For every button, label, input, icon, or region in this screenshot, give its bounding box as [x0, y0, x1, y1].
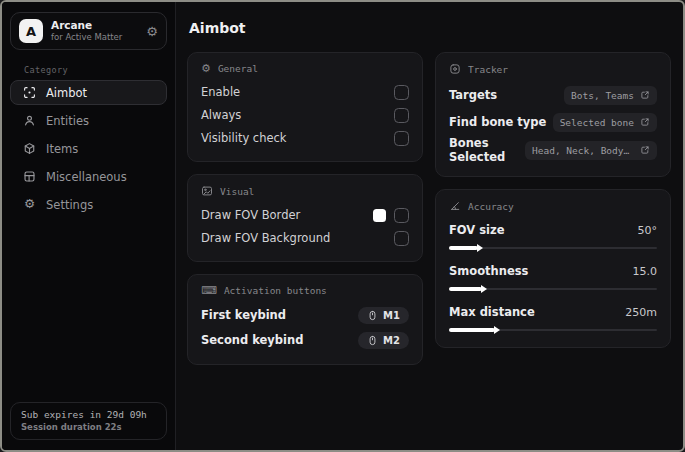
setting-label: Visibility check — [201, 131, 287, 145]
bones-selected-select[interactable]: Head, Neck, Body, Pe… — [525, 141, 657, 160]
setting-row-fov-background: Draw FOV Background — [201, 227, 409, 249]
setting-label: Always — [201, 108, 241, 122]
mouse-icon — [367, 310, 378, 321]
sidebar-item-label: Miscellaneous — [46, 170, 127, 184]
sidebar-item-settings[interactable]: ⚙ Settings — [10, 192, 167, 217]
visual-card-header: Visual — [201, 185, 409, 197]
image-icon — [201, 185, 213, 197]
slider-value: 250m — [625, 306, 657, 319]
tracker-card: Tracker Targets Bots, Teams Find bone ty… — [435, 52, 671, 177]
smoothness-slider[interactable] — [449, 285, 657, 294]
slider-fill — [449, 328, 495, 332]
sidebar-item-items[interactable]: Items — [10, 136, 167, 161]
setting-label: First keybind — [201, 308, 286, 322]
fov-border-color-swatch[interactable] — [373, 209, 386, 222]
setting-row-visibility-check: Visibility check — [201, 127, 409, 149]
slider-thumb[interactable] — [481, 285, 487, 293]
card-title: General — [218, 63, 258, 74]
setting-row-max-distance: Max distance 250m — [449, 301, 657, 335]
expand-icon — [640, 90, 650, 100]
enable-checkbox[interactable] — [394, 85, 409, 100]
slider-value: 15.0 — [633, 265, 658, 278]
setting-row-smoothness: Smoothness 15.0 — [449, 260, 657, 294]
tracker-card-header: Tracker — [449, 63, 657, 75]
app-subtitle: for Active Matter — [51, 32, 122, 43]
target-box-icon — [449, 63, 461, 75]
setting-row-fov-border: Draw FOV Border — [201, 204, 409, 226]
setting-label: Second keybind — [201, 333, 303, 347]
slider-fill — [449, 246, 478, 250]
expand-icon — [640, 145, 650, 155]
app-window: A Arcane for Active Matter ⚙ Category Ai… — [0, 0, 685, 452]
sidebar-item-label: Aimbot — [46, 86, 87, 100]
slider-thumb[interactable] — [477, 244, 483, 252]
setting-label: Max distance — [449, 305, 535, 319]
setting-row-enable: Enable — [201, 81, 409, 103]
keybind-value: M1 — [383, 310, 400, 321]
sidebar-item-label: Entities — [46, 114, 89, 128]
gear-icon[interactable]: ⚙ — [146, 25, 158, 38]
sub-expiry-text: Sub expires in 29d 09h — [21, 409, 156, 420]
setting-row-fov-size: FOV size 50° — [449, 219, 657, 253]
setting-row-second-keybind: Second keybind M2 — [201, 328, 409, 352]
right-column: Tracker Targets Bots, Teams Find bone ty… — [435, 52, 671, 348]
setting-row-first-keybind: First keybind M1 — [201, 303, 409, 327]
always-checkbox[interactable] — [394, 108, 409, 123]
cube-icon — [23, 142, 36, 155]
fov-border-checkbox[interactable] — [394, 208, 409, 223]
general-card-header: ⚙ General — [201, 63, 409, 74]
visibility-check-checkbox[interactable] — [394, 131, 409, 146]
person-icon — [23, 114, 36, 127]
targets-select[interactable]: Bots, Teams — [564, 86, 657, 105]
keybind-value: M2 — [383, 335, 400, 346]
fov-size-slider[interactable] — [449, 244, 657, 253]
setting-label: FOV size — [449, 223, 505, 237]
setting-row-bones-selected: Bones Selected Head, Neck, Body, Pe… — [449, 136, 657, 164]
sidebar: A Arcane for Active Matter ⚙ Category Ai… — [2, 2, 176, 450]
subscription-info: Sub expires in 29d 09h Session duration … — [10, 402, 167, 440]
select-value: Bots, Teams — [571, 90, 634, 101]
mouse-icon — [367, 335, 378, 346]
crosshair-scan-icon — [23, 86, 36, 99]
brand-text: Arcane for Active Matter — [51, 19, 122, 43]
app-name: Arcane — [51, 19, 122, 32]
card-title: Activation buttons — [224, 285, 327, 296]
max-distance-slider[interactable] — [449, 326, 657, 335]
find-bone-type-select[interactable]: Selected bone — [553, 113, 657, 132]
first-keybind-button[interactable]: M1 — [358, 307, 409, 324]
angle-icon — [449, 200, 461, 212]
setting-label: Targets — [449, 88, 497, 102]
general-card: ⚙ General Enable Always Visibility check — [187, 52, 423, 162]
setting-label: Bones Selected — [449, 136, 525, 164]
sidebar-item-entities[interactable]: Entities — [10, 108, 167, 133]
fov-background-checkbox[interactable] — [394, 231, 409, 246]
app-logo: A — [19, 19, 43, 43]
keyboard-icon: ⌨ — [201, 285, 217, 296]
gear-icon: ⚙ — [201, 63, 211, 74]
card-title: Accuracy — [468, 201, 514, 212]
card-title: Visual — [220, 186, 254, 197]
expand-icon — [640, 117, 650, 127]
setting-row-targets: Targets Bots, Teams — [449, 82, 657, 108]
sidebar-item-label: Items — [46, 142, 78, 156]
panels-icon — [23, 170, 36, 183]
brand-header: A Arcane for Active Matter ⚙ — [10, 12, 167, 50]
setting-label: Draw FOV Background — [201, 231, 330, 245]
slider-thumb[interactable] — [494, 326, 500, 334]
sidebar-menu: Aimbot Entities Items Miscellaneous — [10, 80, 167, 217]
sidebar-item-label: Settings — [46, 198, 93, 212]
setting-label: Draw FOV Border — [201, 208, 300, 222]
second-keybind-button[interactable]: M2 — [358, 332, 409, 349]
select-value: Head, Neck, Body, Pe… — [532, 145, 634, 156]
page-title: Aimbot — [189, 20, 671, 36]
category-label: Category — [24, 65, 167, 75]
sidebar-item-miscellaneous[interactable]: Miscellaneous — [10, 164, 167, 189]
slider-fill — [449, 287, 482, 291]
setting-label: Smoothness — [449, 264, 528, 278]
gear-icon: ⚙ — [23, 198, 36, 211]
setting-label: Enable — [201, 85, 240, 99]
sidebar-item-aimbot[interactable]: Aimbot — [10, 80, 167, 105]
main-content: Aimbot ⚙ General Enable Always — [177, 2, 683, 450]
accuracy-card: Accuracy FOV size 50° — [435, 189, 671, 348]
setting-row-find-bone-type: Find bone type Selected bone — [449, 109, 657, 135]
